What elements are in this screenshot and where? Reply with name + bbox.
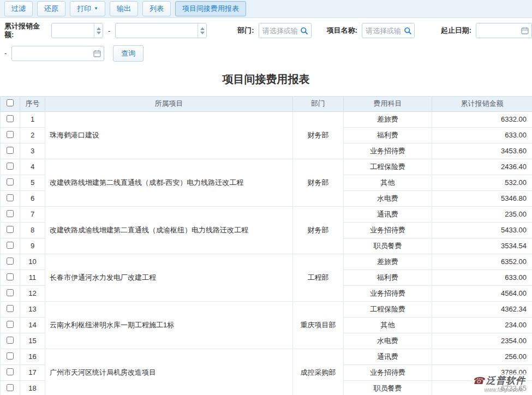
row-checkbox-cell (1, 159, 20, 175)
row-checkbox[interactable] (7, 273, 14, 280)
row-number-cell: 4 (20, 159, 45, 175)
calendar-icon (521, 27, 529, 34)
toolbar-button-filter[interactable]: 过滤 (4, 1, 33, 16)
spinner-down-icon[interactable] (200, 32, 205, 34)
row-number-cell: 5 (20, 175, 45, 190)
amount-cell: 6332.00 (432, 111, 532, 127)
chevron-down-icon: ▼ (94, 7, 98, 11)
row-checkbox[interactable] (7, 147, 14, 154)
toolbar-button-restore[interactable]: 还原 (37, 1, 65, 16)
search-icon (300, 27, 308, 35)
row-checkbox[interactable] (7, 305, 14, 312)
query-button[interactable]: 查询 (113, 45, 144, 62)
row-number-cell: 12 (20, 285, 45, 301)
amount-cell: 633.00 (432, 127, 532, 143)
header-subject: 费用科目 (344, 96, 432, 111)
expense-subject-link[interactable]: 业务招待费 (344, 364, 432, 380)
department-cell: 财务部 (293, 206, 344, 254)
expense-subject-link[interactable]: 水电费 (344, 190, 432, 206)
amount-from-spinner[interactable] (94, 23, 103, 38)
row-number-cell: 6 (20, 190, 45, 206)
expense-subject-link[interactable]: 福利费 (344, 127, 432, 143)
range-separator: - (108, 27, 110, 35)
expense-subject-link[interactable]: 通讯费 (344, 349, 432, 364)
row-checkbox[interactable] (7, 289, 14, 296)
expense-subject-link[interactable]: 其他 (344, 175, 432, 190)
amount-cell: 234.00 (432, 317, 532, 333)
expense-subject-link[interactable]: 差旅费 (344, 254, 432, 270)
expense-subject-link[interactable]: 水电费 (344, 333, 432, 349)
row-checkbox[interactable] (7, 352, 14, 360)
project-link[interactable]: 改建铁路线增建第二线直通线（成都-西安）电力线路迁改工程 (45, 159, 293, 206)
date-to-calendar-button[interactable] (92, 48, 103, 59)
row-checkbox[interactable] (7, 226, 14, 233)
expense-subject-link[interactable]: 差旅费 (344, 111, 432, 127)
date-to-input[interactable] (11, 46, 104, 61)
amount-from-wrap (51, 23, 103, 38)
row-number-cell: 1 (20, 111, 45, 127)
amount-cell: 5346.80 (432, 190, 532, 206)
spinner-down-icon[interactable] (97, 32, 101, 34)
project-search-button[interactable] (402, 25, 413, 36)
amount-cell: 235.00 (432, 206, 532, 222)
row-checkbox-cell (1, 285, 20, 301)
date-from-calendar-button[interactable] (519, 25, 530, 36)
department-search-button[interactable] (299, 25, 310, 36)
row-checkbox-cell (1, 175, 20, 190)
row-checkbox-cell (1, 364, 20, 380)
row-checkbox[interactable] (7, 384, 14, 391)
date-from-wrap (476, 23, 532, 38)
row-checkbox[interactable] (7, 337, 14, 344)
spinner-up-icon[interactable] (200, 27, 205, 30)
row-checkbox[interactable] (7, 163, 14, 170)
row-number-cell: 18 (20, 380, 45, 395)
expense-subject-link[interactable]: 通讯费 (344, 206, 432, 222)
project-link[interactable]: 云南水利枢纽潜明水库一期工程施工1标 (45, 301, 293, 349)
expense-subject-link[interactable]: 业务招待费 (344, 222, 432, 238)
amount-to-spinner[interactable] (198, 23, 206, 38)
expense-subject-link[interactable]: 职员餐费 (344, 380, 432, 395)
header-amount: 累计报销金额 (432, 96, 532, 111)
row-checkbox-cell (1, 206, 20, 222)
row-checkbox[interactable] (7, 258, 14, 265)
row-checkbox[interactable] (7, 321, 14, 328)
spinner-up-icon[interactable] (97, 27, 101, 30)
table-row: 4改建铁路线增建第二线直通线（成都-西安）电力线路迁改工程财务部工程保险费243… (1, 159, 532, 175)
expense-subject-link[interactable]: 工程保险费 (344, 301, 432, 317)
row-number-cell: 11 (20, 270, 45, 285)
amount-to-input[interactable] (115, 23, 207, 38)
row-number-cell: 9 (20, 238, 45, 254)
row-checkbox[interactable] (7, 210, 14, 217)
toolbar-tab-report[interactable]: 项目间接费用报表 (175, 1, 246, 16)
select-all-checkbox[interactable] (7, 99, 14, 106)
project-name-label: 项目名称: (327, 26, 357, 35)
header-checkbox-cell (1, 96, 20, 111)
expense-subject-link[interactable]: 职员餐费 (344, 238, 432, 254)
amount-to-wrap (115, 23, 207, 38)
amount-cell: 3534.54 (432, 238, 532, 254)
project-link[interactable]: 珠海鹤港口建设 (45, 111, 293, 159)
project-link[interactable]: 改建铁路成渝线增建第二直通线（成渝枢纽）电力线路迁改工程 (45, 206, 293, 254)
header-no: 序号 (20, 96, 45, 111)
toolbar-button-output[interactable]: 输出 (110, 1, 138, 16)
row-checkbox[interactable] (7, 368, 14, 375)
row-number-cell: 15 (20, 333, 45, 349)
expense-subject-link[interactable]: 工程保险费 (344, 159, 432, 175)
project-link[interactable]: 长春市伊通河水力发电厂改建工程 (45, 254, 293, 301)
row-checkbox[interactable] (7, 115, 14, 122)
row-checkbox[interactable] (7, 131, 14, 138)
row-checkbox[interactable] (7, 242, 14, 249)
row-checkbox[interactable] (7, 178, 14, 185)
expense-subject-link[interactable]: 业务招待费 (344, 143, 432, 159)
expense-subject-link[interactable]: 其他 (344, 317, 432, 333)
table-row: 16广州市天河区统计局机房改造项目成控采购部通讯费256.00 (1, 349, 532, 364)
toolbar-button-list[interactable]: 列表 (142, 1, 171, 16)
project-link[interactable]: 广州市天河区统计局机房改造项目 (45, 349, 293, 395)
expense-subject-link[interactable]: 业务招待费 (344, 285, 432, 301)
row-number-cell: 16 (20, 349, 45, 364)
toolbar-button-print[interactable]: 打印▼ (70, 1, 105, 16)
expense-subject-link[interactable]: 福利费 (344, 270, 432, 285)
row-checkbox-cell (1, 349, 20, 364)
row-checkbox[interactable] (7, 194, 14, 201)
amount-cell: 3453.60 (432, 143, 532, 159)
